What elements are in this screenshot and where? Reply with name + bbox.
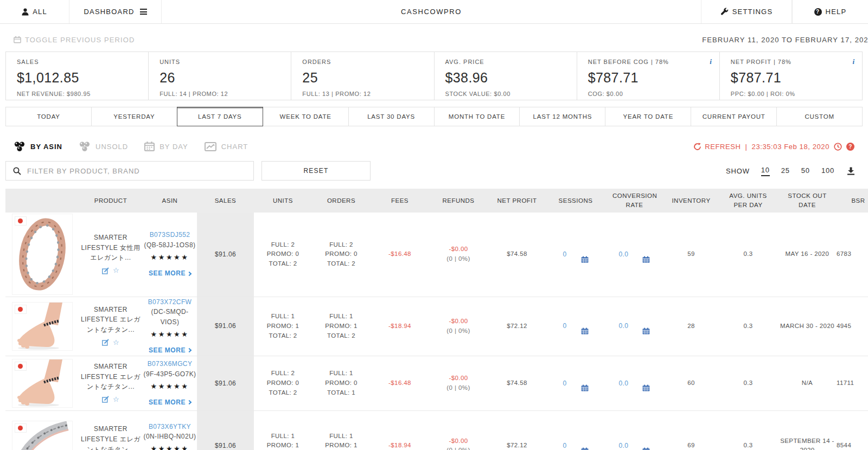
calendar-icon[interactable] [581,256,589,263]
kpi-label: AVG. PRICE [445,59,567,65]
see-more-link[interactable]: SEE MORE [149,268,191,279]
calendar-icon[interactable] [581,384,589,391]
brand-title: CASHCOWPRO [162,0,701,23]
rating-stars: ★★★★★ [143,381,197,392]
header-product[interactable]: PRODUCT [79,189,143,213]
orders-cell: FULL: 1PROMO: 1TOTAL: 2 [312,410,371,450]
calendar-icon[interactable] [642,327,650,335]
page-size-50[interactable]: 50 [801,166,810,176]
header-bsr[interactable]: BSR [837,189,868,213]
show-label: SHOW [726,167,750,175]
product-image[interactable] [12,302,73,351]
edit-icon[interactable] [102,339,109,346]
filter-input[interactable] [27,167,253,175]
tab-last-12-months[interactable]: LAST 12 MONTHS [519,107,605,126]
view-tab-unsold[interactable]: UNSOLD [79,142,128,152]
asin-link[interactable]: B073X72CFW [148,298,192,306]
sessions-value[interactable]: 0 [563,441,566,450]
kpi-sub: COG: $0.00 [588,91,710,97]
asin-link[interactable]: B073X6YTKY [149,423,191,430]
conversion-value[interactable]: 0.0 [619,249,629,260]
calendar-icon[interactable] [581,327,589,335]
asin-link[interactable]: B073X6MGCY [148,360,193,368]
conversion-rate-cell: 0.0 [605,356,664,410]
rating-stars: ★★★★★ [143,443,197,450]
favorite-icon[interactable]: ☆ [113,337,119,348]
view-tab-label: UNSOLD [95,143,128,151]
see-more-link[interactable]: SEE MORE [149,345,191,356]
help-icon[interactable]: ? [846,143,854,151]
stock-out-date-cell: SEPTEMBER 14 - 2020 [778,410,837,450]
header-sales[interactable]: SALES [197,189,254,213]
view-tab-by-day[interactable]: BY DAY [144,142,188,151]
info-icon[interactable]: i [710,57,712,66]
conversion-value[interactable]: 0.0 [619,321,629,331]
header-inventory[interactable]: INVENTORY [664,189,718,213]
download-icon[interactable] [847,167,855,175]
header-refunds[interactable]: REFUNDS [429,189,488,213]
tab-custom[interactable]: CUSTOM [776,107,863,126]
calendar-icon[interactable] [642,384,650,391]
kpi-value: $787.71 [731,70,852,86]
product-image[interactable] [12,359,73,408]
header-conversion-rate[interactable]: CONVERSION RATE [605,189,664,213]
toggle-previous-period-button[interactable]: TOGGLE PREVIOUS PERIOD [14,36,135,44]
calendar-icon[interactable] [642,447,650,450]
favorite-icon[interactable]: ☆ [113,394,119,405]
edit-icon[interactable] [102,267,109,274]
asin-cluster-icon [14,142,25,152]
favorite-icon[interactable]: ☆ [113,265,119,276]
info-icon[interactable]: i [852,57,854,66]
product-image[interactable] [12,214,73,295]
nav-all-button[interactable]: ALL [0,0,69,23]
sessions-value[interactable]: 0 [563,321,566,331]
header-units[interactable]: UNITS [254,189,312,213]
asin-sku: (QB-58JJ-1OS8) [144,241,196,249]
header-image-spacer [5,189,79,213]
table-row: SMARTER LIFESTYLE エレガントなチタン... ☆ B073X6M… [5,356,868,410]
refresh-button[interactable]: REFRESH [693,143,741,151]
header-orders[interactable]: ORDERS [312,189,371,213]
conversion-value[interactable]: 0.0 [619,378,629,389]
edit-icon[interactable] [102,396,109,403]
clock-icon[interactable] [834,143,842,151]
tab-last-7-days[interactable]: LAST 7 DAYS [177,107,263,126]
view-tab-label: BY ASIN [30,143,62,151]
tab-week-to-date[interactable]: WEEK TO DATE [263,107,349,126]
reset-button[interactable]: RESET [261,161,371,181]
filter-toolbar: RESET SHOW 10 25 50 100 [5,161,863,181]
orders-cell: FULL: 2PROMO: 0TOTAL: 2 [312,213,371,297]
sessions-value[interactable]: 0 [563,378,566,389]
header-avg-units-per-day[interactable]: AVG. UNITS PER DAY [718,189,778,213]
see-more-link[interactable]: SEE MORE [149,397,191,408]
tab-year-to-date[interactable]: YEAR TO DATE [605,107,691,126]
product-image[interactable] [12,421,73,450]
bsr-cell: 4945 [837,297,868,356]
page-size-10[interactable]: 10 [761,166,770,176]
nav-help-button[interactable]: ? HELP [792,0,868,23]
page-size-100[interactable]: 100 [821,166,834,176]
header-fees[interactable]: FEES [371,189,429,213]
header-stock-out-date[interactable]: STOCK OUT DATE [778,189,837,213]
header-net-profit[interactable]: NET PROFIT [488,189,546,213]
page-size-25[interactable]: 25 [781,166,790,176]
nav-dashboard-button[interactable]: DASHBOARD [69,0,162,23]
table-row: SMARTER LIFESTYLE エレガントなチタン... ☆ B073X6Y… [5,410,868,450]
view-tabs: BY ASIN UNSOLD BY DAY CHART [14,142,248,152]
calendar-icon[interactable] [642,256,650,263]
sessions-value[interactable]: 0 [563,249,566,260]
conversion-value[interactable]: 0.0 [619,441,629,450]
product-filter-box [5,161,254,181]
asin-link[interactable]: B073SDJ552 [150,231,190,239]
header-asin[interactable]: ASIN [143,189,197,213]
tab-current-payout[interactable]: CURRENT PAYOUT [691,107,777,126]
view-tab-by-asin[interactable]: BY ASIN [14,142,62,152]
nav-settings-button[interactable]: SETTINGS [701,0,792,23]
calendar-icon[interactable] [581,447,589,450]
tab-yesterday[interactable]: YESTERDAY [91,107,177,126]
tab-last-30-days[interactable]: LAST 30 DAYS [348,107,435,126]
header-sessions[interactable]: SESSIONS [546,189,605,213]
tab-today[interactable]: TODAY [5,107,92,126]
tab-month-to-date[interactable]: MONTH TO DATE [434,107,520,126]
view-tab-chart[interactable]: CHART [205,142,248,151]
